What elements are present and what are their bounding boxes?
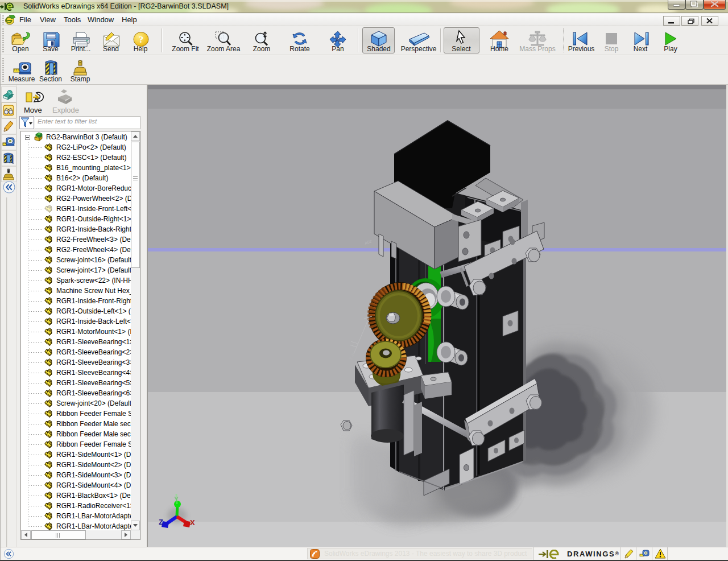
svg-text:?: ?	[139, 34, 144, 45]
svg-text:X: X	[190, 518, 195, 527]
svg-text:Z: Z	[159, 518, 163, 526]
svg-text:Y: Y	[174, 496, 179, 504]
